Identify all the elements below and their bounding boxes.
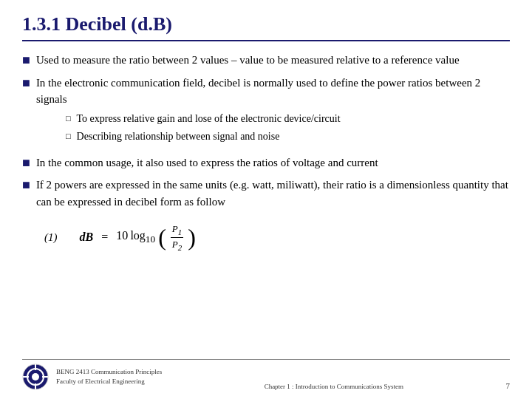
sub-dot-2: □	[66, 132, 71, 140]
slide: 1.3.1 Decibel (d.B) ■ Used to measure th…	[0, 0, 532, 399]
sub-text-2: Describing relationship between signal a…	[77, 129, 280, 144]
footer-logo-icon	[22, 364, 49, 390]
svg-rect-3	[35, 364, 36, 370]
bullet-item-2: ■ In the electronic communication field,…	[22, 75, 510, 149]
fraction-denom: P2	[171, 238, 183, 252]
bullet-item-3: ■ In the common usage, it also used to e…	[22, 154, 510, 171]
svg-rect-6	[42, 376, 48, 378]
sub-item-1: □ To express relative gain and lose of t…	[66, 111, 510, 126]
slide-content: ■ Used to measure the ratio between 2 va…	[22, 52, 510, 359]
footer-center: Chapter 1 : Introduction to Communicatio…	[162, 383, 505, 390]
footer-page: 7	[506, 381, 511, 390]
svg-rect-4	[35, 383, 36, 389]
svg-rect-5	[23, 376, 29, 378]
bullet-dot-1: ■	[22, 52, 30, 68]
bullet-dot-4: ■	[22, 177, 30, 193]
bullet-text-1: Used to measure the ratio between 2 valu…	[36, 52, 460, 69]
formula-math: dB = 10 log10 ( P1 P2 )	[80, 223, 196, 251]
formula-label: (1)	[44, 231, 58, 244]
close-bracket: )	[188, 225, 196, 249]
formula-section: (1) dB = 10 log10 ( P1 P2	[44, 223, 510, 251]
footer: BENG 2413 Communication Principles Facul…	[22, 359, 510, 390]
sub-dot-1: □	[66, 114, 71, 123]
footer-left: BENG 2413 Communication Principles Facul…	[22, 364, 162, 390]
bullet-dot-2: ■	[22, 75, 30, 91]
sub-bullets: □ To express relative gain and lose of t…	[66, 111, 510, 144]
bullet-item-4: ■ If 2 powers are expressed in the same …	[22, 177, 510, 210]
bullet-text-3: In the common usage, it also used to exp…	[36, 154, 378, 171]
slide-title: 1.3.1 Decibel (d.B)	[22, 13, 510, 41]
bullet-dot-3: ■	[22, 155, 30, 171]
formula-lhs: dB	[80, 231, 94, 244]
bullet-text-2: In the electronic communication field, d…	[36, 77, 480, 106]
fraction: P1 P2	[171, 223, 183, 251]
open-bracket: (	[158, 225, 166, 249]
bullet-item-1: ■ Used to measure the ratio between 2 va…	[22, 52, 510, 69]
formula-coeff: 10 log10	[116, 229, 155, 245]
sub-text-1: To express relative gain and lose of the…	[77, 111, 341, 126]
bullet-text-4: If 2 powers are expressed in the same un…	[36, 177, 510, 210]
sub-item-2: □ Describing relationship between signal…	[66, 129, 510, 144]
formula-equals: =	[98, 231, 111, 244]
footer-text: BENG 2413 Communication Principles Facul…	[56, 367, 162, 387]
fraction-numer: P1	[171, 223, 183, 238]
svg-point-2	[32, 373, 39, 381]
